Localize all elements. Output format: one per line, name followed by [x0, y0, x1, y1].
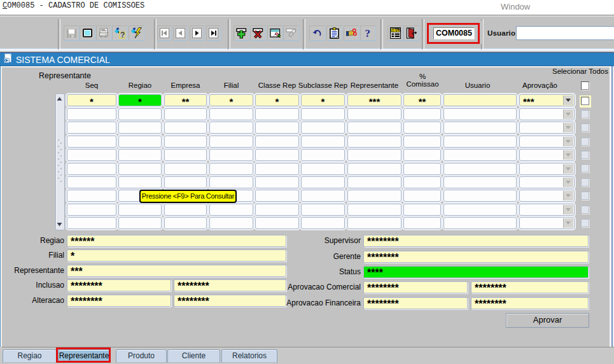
svg-text:?: ?: [365, 27, 371, 39]
svg-text:Menu: Menu: [391, 28, 400, 32]
svg-text:?: ?: [120, 31, 125, 39]
